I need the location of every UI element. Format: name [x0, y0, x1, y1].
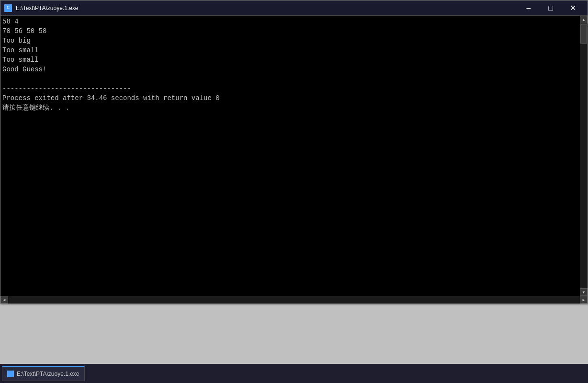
scrollbar-thumb[interactable]	[580, 24, 587, 44]
scrollbar-track[interactable]	[580, 23, 588, 288]
title-bar-controls: – □ ✕	[518, 0, 584, 16]
maximize-button[interactable]: □	[540, 0, 562, 16]
window-icon-label: C	[7, 5, 10, 11]
scroll-up-arrow[interactable]: ▲	[580, 16, 588, 23]
title-bar-text: E:\Text\PTA\zuoye.1.exe	[16, 5, 518, 11]
horizontal-scrollbar[interactable]: ◀ ▶	[0, 296, 588, 304]
scroll-right-arrow[interactable]: ▶	[580, 296, 588, 304]
console-output[interactable]: 58 4 70 56 50 58 Too big Too small Too s…	[0, 16, 580, 296]
scroll-left-arrow[interactable]: ◀	[0, 296, 8, 304]
vertical-scrollbar[interactable]: ▲ ▼	[580, 16, 588, 296]
horizontal-scrollbar-track[interactable]	[8, 296, 580, 304]
close-button[interactable]: ✕	[562, 0, 584, 16]
taskbar: E:\Text\PTA\zuoye.1.exe	[0, 364, 588, 383]
title-bar: C E:\Text\PTA\zuoye.1.exe – □ ✕	[0, 0, 588, 16]
console-window: C E:\Text\PTA\zuoye.1.exe – □ ✕ 58 4 70 …	[0, 0, 588, 304]
taskbar-icon	[7, 371, 14, 377]
minimize-button[interactable]: –	[518, 0, 540, 16]
taskbar-item[interactable]: E:\Text\PTA\zuoye.1.exe	[2, 366, 85, 381]
console-area: 58 4 70 56 50 58 Too big Too small Too s…	[0, 16, 588, 296]
window-icon: C	[4, 4, 12, 12]
scroll-down-arrow[interactable]: ▼	[580, 288, 588, 296]
taskbar-item-label: E:\Text\PTA\zuoye.1.exe	[17, 371, 79, 377]
